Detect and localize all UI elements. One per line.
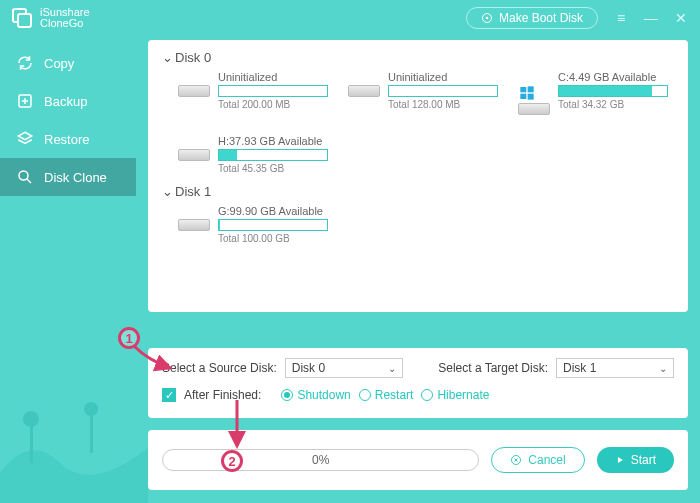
partition-tile[interactable]: UninitializedTotal 200.00 MB: [178, 71, 328, 115]
target-disk-label: Select a Target Disk:: [438, 361, 548, 375]
windows-os-icon: [518, 85, 536, 101]
progress-text: 0%: [312, 453, 329, 467]
partition-usage-bar: [218, 219, 328, 231]
disk-group-header[interactable]: ⌄ Disk 1: [162, 184, 674, 199]
svg-rect-13: [90, 413, 93, 453]
svg-rect-7: [528, 86, 534, 92]
minimize-button[interactable]: —: [642, 10, 660, 26]
app-logo: iSunshare CloneGo: [10, 6, 90, 30]
target-disk-select[interactable]: Disk 1 ⌄: [556, 358, 674, 378]
sidebar-item-copy[interactable]: Copy: [0, 44, 136, 82]
svg-rect-1: [18, 14, 31, 27]
disc-icon: [481, 12, 493, 24]
partition-total: Total 34.32 GB: [558, 99, 668, 110]
play-icon: [615, 455, 625, 465]
svg-point-5: [19, 171, 28, 180]
disks-panel: ⌄ Disk 0UninitializedTotal 200.00 MBUnin…: [148, 40, 688, 312]
chevron-down-icon: ⌄: [659, 363, 667, 374]
decorative-hills: [0, 353, 148, 503]
partition-total: Total 100.00 GB: [218, 233, 328, 244]
svg-point-3: [486, 17, 489, 20]
disk-group-header[interactable]: ⌄ Disk 0: [162, 50, 674, 65]
title-bar: iSunshare CloneGo Make Boot Disk ≡ — ✕: [0, 0, 700, 36]
make-boot-disk-label: Make Boot Disk: [499, 11, 583, 25]
partition-label: Uninitialized: [388, 71, 498, 83]
radio-hibernate[interactable]: Hibernate: [421, 388, 489, 402]
cancel-icon: [510, 454, 522, 466]
svg-point-14: [84, 402, 98, 416]
cancel-button[interactable]: Cancel: [491, 447, 584, 473]
after-finished-checkbox[interactable]: ✓: [162, 388, 176, 402]
menu-button[interactable]: ≡: [612, 10, 630, 26]
partition-usage-bar: [218, 149, 328, 161]
partition-total: Total 45.35 GB: [218, 163, 328, 174]
partition-tile[interactable]: C:4.49 GB AvailableTotal 34.32 GB: [518, 71, 668, 115]
after-finished-label: After Finished:: [184, 388, 261, 402]
sidebar-item-label: Disk Clone: [44, 170, 107, 185]
drive-icon: [178, 85, 210, 97]
refresh-icon: [16, 54, 34, 72]
brand-line-2: CloneGo: [40, 18, 90, 29]
partition-tile[interactable]: UninitializedTotal 128.00 MB: [348, 71, 498, 115]
partition-tile[interactable]: H:37.93 GB AvailableTotal 45.35 GB: [178, 135, 328, 174]
drive-icon: [178, 149, 210, 161]
svg-point-12: [23, 411, 39, 427]
sidebar-item-backup[interactable]: Backup: [0, 82, 136, 120]
target-disk-value: Disk 1: [563, 361, 596, 375]
start-button[interactable]: Start: [597, 447, 674, 473]
annotation-marker-1: 1: [118, 327, 140, 349]
chevron-down-icon: ⌄: [388, 363, 396, 374]
progress-bar: 0%: [162, 449, 479, 471]
make-boot-disk-button[interactable]: Make Boot Disk: [466, 7, 598, 29]
disk-group-title: Disk 1: [175, 184, 211, 199]
sidebar-item-disk-clone[interactable]: Disk Clone: [0, 158, 136, 196]
radio-shutdown[interactable]: Shutdown: [281, 388, 350, 402]
options-panel: Select a Source Disk: Disk 0 ⌄ Select a …: [148, 348, 688, 418]
partition-total: Total 200.00 MB: [218, 99, 328, 110]
drive-icon: [348, 85, 380, 97]
svg-rect-11: [30, 423, 33, 463]
sidebar-item-label: Backup: [44, 94, 87, 109]
search-disk-icon: [16, 168, 34, 186]
partition-usage-bar: [218, 85, 328, 97]
radio-label: Shutdown: [297, 388, 350, 402]
radio-label: Restart: [375, 388, 414, 402]
partition-usage-bar: [388, 85, 498, 97]
cancel-label: Cancel: [528, 453, 565, 467]
chevron-down-icon: ⌄: [162, 50, 173, 65]
partition-label: G:99.90 GB Available: [218, 205, 328, 217]
layers-icon: [16, 130, 34, 148]
annotation-marker-2: 2: [221, 450, 243, 472]
sidebar-item-label: Restore: [44, 132, 90, 147]
sidebar-item-label: Copy: [44, 56, 74, 71]
partition-tile[interactable]: G:99.90 GB AvailableTotal 100.00 GB: [178, 205, 328, 244]
source-disk-label: Select a Source Disk:: [162, 361, 277, 375]
svg-rect-6: [520, 87, 526, 92]
chevron-down-icon: ⌄: [162, 184, 173, 199]
radio-restart[interactable]: Restart: [359, 388, 414, 402]
partition-label: Uninitialized: [218, 71, 328, 83]
drive-icon: [518, 103, 550, 115]
disk-group-title: Disk 0: [175, 50, 211, 65]
close-button[interactable]: ✕: [672, 10, 690, 26]
svg-rect-8: [520, 94, 526, 99]
sidebar: Copy Backup Restore Disk Clone: [0, 44, 136, 196]
source-disk-value: Disk 0: [292, 361, 325, 375]
sidebar-item-restore[interactable]: Restore: [0, 120, 136, 158]
plus-box-icon: [16, 92, 34, 110]
drive-icon: [178, 219, 210, 231]
partition-label: C:4.49 GB Available: [558, 71, 668, 83]
svg-rect-9: [528, 94, 534, 100]
radio-label: Hibernate: [437, 388, 489, 402]
partition-label: H:37.93 GB Available: [218, 135, 328, 147]
start-label: Start: [631, 453, 656, 467]
partition-total: Total 128.00 MB: [388, 99, 498, 110]
source-disk-select[interactable]: Disk 0 ⌄: [285, 358, 403, 378]
clonego-logo-icon: [10, 6, 34, 30]
partition-usage-bar: [558, 85, 668, 97]
